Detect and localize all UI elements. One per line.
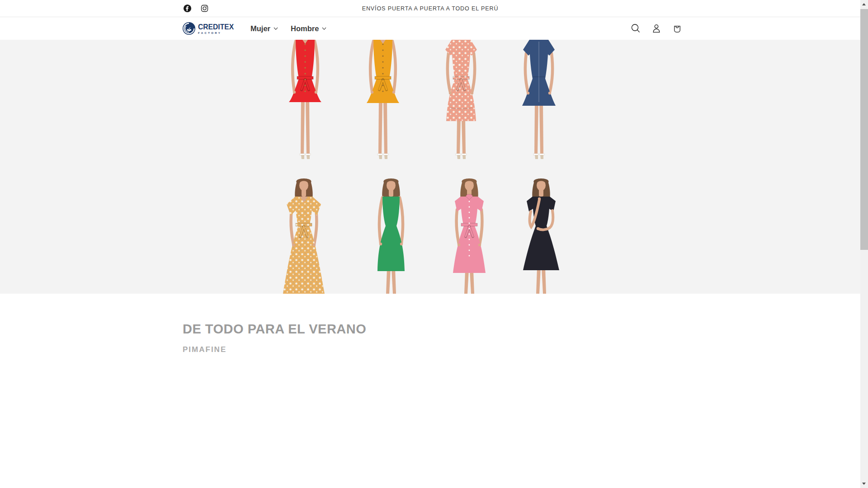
hero-model-yellow-floral-maxi-dress [265,176,342,294]
site-header: CREDITEX FACTORY Mujer Hombre [0,17,860,40]
header-icons [630,23,683,34]
page-subtitle: PIMAFINE [183,345,860,354]
hero-model-dark-navy-dress [503,176,580,294]
search-icon [630,23,641,34]
scrollbar-thumb[interactable] [860,9,868,250]
store-logo[interactable]: CREDITEX FACTORY [182,22,237,35]
main-nav: Mujer Hombre [250,22,333,36]
search-button[interactable] [630,23,641,34]
hero-model-mustard-button-dress [344,40,421,164]
hero-model-pink-shirt-dress [431,176,508,294]
chevron-down-icon [274,27,278,30]
nav-item-mujer[interactable]: Mujer [250,22,284,36]
scroll-down-icon [862,483,866,485]
instagram-link[interactable] [200,4,209,13]
account-icon [651,23,662,34]
facebook-link[interactable] [183,4,192,13]
hero-model-red-button-dress [267,40,344,164]
hero-model-coral-floral-midi-dress [423,40,500,164]
instagram-icon [200,4,209,13]
page-title: DE TODO PARA EL VERANO [183,322,860,337]
scroll-down-button[interactable] [860,480,868,488]
cart-icon [672,23,683,34]
hero-model-denim-blue-dress [500,40,577,164]
store-name: CREDITEX [198,23,234,31]
summer-section: DE TODO PARA EL VERANO PIMAFINE [0,294,860,354]
hero-model-green-shift-dress [353,176,429,294]
vertical-scrollbar[interactable] [860,0,868,488]
hero-banner [0,40,860,294]
scroll-up-button[interactable] [860,0,868,8]
social-links [183,0,209,17]
nav-item-hombre[interactable]: Hombre [284,22,333,36]
storefront-page: ENVÍOS PUERTA A PUERTA A TODO EL PERÚ CR… [0,0,860,354]
cart-button[interactable] [672,23,683,34]
announcement-text: ENVÍOS PUERTA A PUERTA A TODO EL PERÚ [362,5,499,12]
store-subname: FACTORY [198,32,237,34]
chevron-down-icon [322,27,326,30]
announcement-bar: ENVÍOS PUERTA A PUERTA A TODO EL PERÚ [0,0,860,17]
creditex-logo-icon [182,22,196,35]
scroll-up-icon [862,3,866,5]
account-button[interactable] [651,23,662,34]
facebook-icon [183,4,192,13]
